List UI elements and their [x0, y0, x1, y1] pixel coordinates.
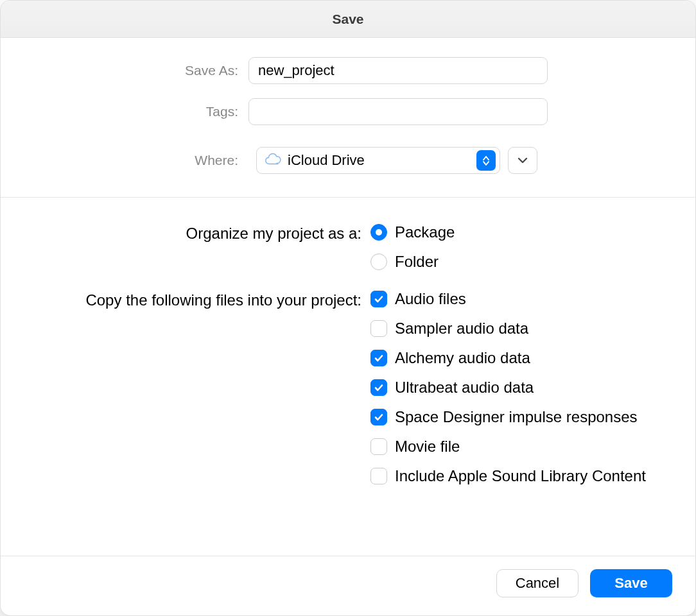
- copy-option-alchemy-audio-data[interactable]: Alchemy audio data: [370, 349, 646, 367]
- copy-option-label: Space Designer impulse responses: [395, 408, 638, 426]
- radio-icon: [370, 224, 387, 241]
- updown-chevrons-icon: [476, 150, 496, 171]
- organize-options: Package Folder: [370, 223, 455, 271]
- copy-files-label: Copy the following files into your proje…: [24, 290, 370, 311]
- save-as-label: Save As:: [24, 63, 248, 78]
- copy-option-label: Sampler audio data: [395, 320, 528, 338]
- cancel-button[interactable]: Cancel: [496, 569, 579, 597]
- save-as-row: Save As:: [24, 57, 672, 84]
- chevron-down-icon: [518, 155, 528, 166]
- organize-option-label: Folder: [395, 253, 439, 271]
- save-dialog: Save Save As: Tags: Where: iCloud Drive: [0, 0, 696, 616]
- tags-row: Tags:: [24, 98, 672, 125]
- dialog-footer: Cancel Save: [1, 556, 695, 615]
- organize-option-folder[interactable]: Folder: [370, 253, 455, 271]
- organize-label: Organize my project as a:: [24, 223, 370, 244]
- copy-option-movie-file[interactable]: Movie file: [370, 438, 646, 456]
- button-label: Save: [614, 575, 647, 592]
- organize-row: Organize my project as a: Package Folder: [24, 223, 672, 271]
- copy-option-label: Audio files: [395, 290, 466, 308]
- copy-option-apple-sound-library[interactable]: Include Apple Sound Library Content: [370, 467, 646, 485]
- dialog-title: Save: [332, 12, 363, 27]
- where-popup[interactable]: iCloud Drive: [256, 147, 500, 174]
- project-options-section: Organize my project as a: Package Folder…: [1, 198, 695, 556]
- checkbox-icon: [370, 379, 387, 396]
- titlebar: Save: [1, 1, 695, 38]
- checkbox-icon: [370, 350, 387, 366]
- checkbox-icon: [370, 468, 387, 484]
- tags-input[interactable]: [248, 98, 548, 125]
- checkbox-icon: [370, 409, 387, 425]
- where-label: Where:: [24, 153, 248, 168]
- save-button[interactable]: Save: [590, 569, 672, 597]
- expand-browser-button[interactable]: [508, 147, 537, 174]
- button-label: Cancel: [516, 575, 559, 592]
- copy-option-space-designer-ir[interactable]: Space Designer impulse responses: [370, 408, 646, 426]
- organize-option-label: Package: [395, 223, 455, 241]
- copy-option-sampler-audio-data[interactable]: Sampler audio data: [370, 320, 646, 338]
- save-as-input[interactable]: [248, 57, 548, 84]
- file-info-section: Save As: Tags: Where: iCloud Drive: [1, 38, 695, 198]
- copy-files-options: Audio files Sampler audio data Alchemy a…: [370, 290, 646, 485]
- radio-icon: [370, 253, 387, 270]
- tags-label: Tags:: [24, 104, 248, 119]
- where-row: Where: iCloud Drive: [24, 147, 672, 174]
- checkbox-icon: [370, 438, 387, 455]
- organize-option-package[interactable]: Package: [370, 223, 455, 241]
- copy-files-row: Copy the following files into your proje…: [24, 290, 672, 485]
- copy-option-label: Include Apple Sound Library Content: [395, 467, 646, 485]
- copy-option-audio-files[interactable]: Audio files: [370, 290, 646, 308]
- where-value: iCloud Drive: [288, 152, 365, 169]
- copy-option-ultrabeat-audio-data[interactable]: Ultrabeat audio data: [370, 379, 646, 397]
- copy-option-label: Movie file: [395, 438, 460, 456]
- copy-option-label: Ultrabeat audio data: [395, 379, 534, 397]
- checkbox-icon: [370, 320, 387, 337]
- copy-option-label: Alchemy audio data: [395, 349, 530, 367]
- checkbox-icon: [370, 291, 387, 307]
- cloud-icon: [265, 152, 288, 169]
